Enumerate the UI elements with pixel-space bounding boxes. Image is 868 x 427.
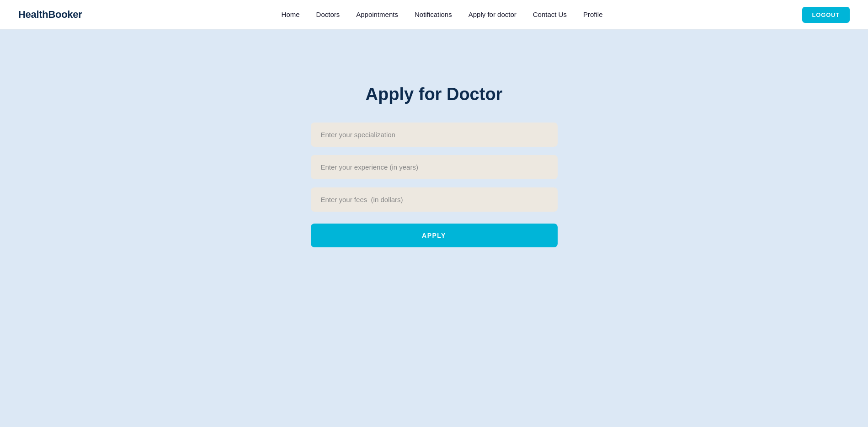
nav-doctors[interactable]: Doctors [316, 11, 340, 18]
page-title: Apply for Doctor [366, 85, 503, 104]
experience-input[interactable] [311, 155, 558, 179]
main-content: Apply for Doctor APPLY [0, 30, 868, 247]
nav-apply-for-doctor[interactable]: Apply for doctor [469, 11, 517, 18]
nav-contact-us[interactable]: Contact Us [533, 11, 567, 18]
nav-appointments[interactable]: Appointments [356, 11, 398, 18]
nav-home[interactable]: Home [282, 11, 300, 18]
nav-links: Home Doctors Appointments Notifications … [282, 11, 603, 19]
apply-button[interactable]: APPLY [311, 224, 558, 247]
nav-notifications[interactable]: Notifications [415, 11, 452, 18]
brand-logo[interactable]: HealthBooker [18, 9, 82, 21]
nav-profile[interactable]: Profile [583, 11, 603, 18]
navbar: HealthBooker Home Doctors Appointments N… [0, 0, 868, 30]
apply-form: APPLY [311, 123, 558, 247]
fees-input[interactable] [311, 187, 558, 212]
logout-button[interactable]: LOGOUT [802, 7, 850, 23]
specialization-input[interactable] [311, 123, 558, 147]
